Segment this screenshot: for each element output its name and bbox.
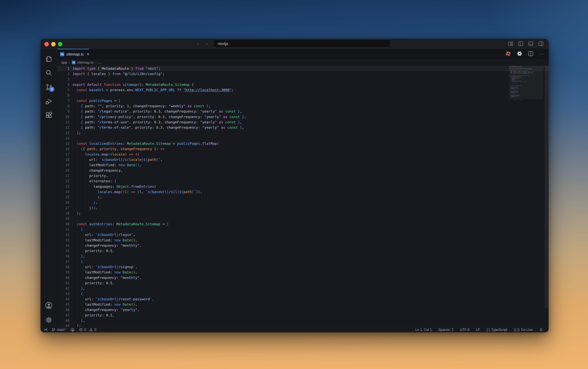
editor-scrollbar[interactable] bbox=[545, 66, 549, 308]
code-line[interactable]: 4export default function sitemap(): Meta… bbox=[57, 82, 549, 87]
eol-setting[interactable]: LF bbox=[476, 328, 480, 332]
code-line[interactable]: 20 changeFrequency, bbox=[57, 168, 549, 173]
navigate-back-icon[interactable]: ← bbox=[195, 41, 201, 46]
code-line[interactable]: 26 }, bbox=[57, 200, 549, 205]
code-line[interactable]: 48 }, bbox=[57, 318, 549, 323]
line-number: 18 bbox=[57, 157, 70, 162]
publish-changes-icon[interactable] bbox=[70, 328, 74, 332]
code-line[interactable]: 6 bbox=[57, 93, 549, 98]
close-window-button[interactable] bbox=[44, 42, 49, 46]
code-line[interactable]: 34 changeFrequency: "monthly", bbox=[57, 243, 549, 248]
code-line[interactable]: 2import { locales } from "@/lib/i18n/con… bbox=[57, 71, 549, 77]
code-line[interactable]: 38 url: `${baseUrl}/signup`, bbox=[57, 264, 549, 269]
code-line[interactable]: 19 lastModified: new Date(), bbox=[57, 162, 549, 168]
split-editor-icon[interactable] bbox=[528, 51, 534, 57]
zoom-window-button[interactable] bbox=[58, 42, 63, 46]
line-number: 6 bbox=[57, 93, 70, 98]
line-number: 3 bbox=[57, 77, 70, 82]
code-line[interactable]: 29 bbox=[57, 216, 549, 221]
code-line[interactable]: 24 locales.map((l) => [l, `${baseUrl}/${… bbox=[57, 189, 549, 195]
code-line[interactable]: 14 bbox=[57, 136, 549, 141]
more-actions-icon[interactable]: ··· bbox=[539, 51, 544, 56]
code-line[interactable]: 16 ({ path, priority, changeFrequency })… bbox=[57, 146, 549, 151]
line-number: 37 bbox=[57, 259, 70, 264]
code-line[interactable]: 27 })), bbox=[57, 205, 549, 211]
command-center-search[interactable]: nextjs bbox=[214, 40, 390, 47]
search-icon[interactable] bbox=[41, 66, 57, 80]
minimap[interactable]: import type { MetadataRoute } from "next… bbox=[509, 66, 539, 104]
code-line[interactable]: 28 ); bbox=[57, 211, 549, 216]
minimize-window-button[interactable] bbox=[51, 42, 56, 46]
code-line[interactable]: 11 { path: "/terms-of-use", priority: 0.… bbox=[57, 120, 549, 125]
code-line[interactable]: 39 lastModified: new Date(), bbox=[57, 269, 549, 275]
code-line[interactable]: 40 changeFrequency: "monthly", bbox=[57, 275, 549, 280]
toggle-secondary-sidebar-icon[interactable] bbox=[538, 41, 543, 46]
toggle-primary-sidebar-icon[interactable] bbox=[518, 41, 523, 46]
indentation-setting[interactable]: Spaces: 2 bbox=[438, 328, 453, 332]
code-line[interactable]: 46 changeFrequency: "yearly", bbox=[57, 307, 549, 312]
tab-bar: TS sitemap.ts ✕ bbox=[57, 49, 549, 59]
breadcrumb-symbol[interactable]: … bbox=[98, 60, 102, 65]
openai-extension-icon[interactable] bbox=[516, 50, 523, 57]
chevron-right-icon: › bbox=[95, 60, 96, 65]
code-line[interactable]: 18 url: `${baseUrl}/${locale}${path}`, bbox=[57, 157, 549, 162]
code-line[interactable]: 45 lastModified: new Date(), bbox=[57, 302, 549, 307]
code-line[interactable]: 1import type { MetadataRoute } from "nex… bbox=[57, 66, 549, 71]
code-line[interactable]: 3 bbox=[57, 77, 549, 82]
tab-sitemap-ts[interactable]: TS sitemap.ts ✕ bbox=[57, 49, 89, 59]
code-line[interactable]: 33 lastModified: new Date(), bbox=[57, 238, 549, 243]
code-line[interactable]: 23 languages: Object.fromEntries( bbox=[57, 184, 549, 189]
code-line[interactable]: 7 const publicPages = [ bbox=[57, 98, 549, 103]
notifications-bell-icon[interactable] bbox=[539, 328, 543, 332]
extensions-icon[interactable] bbox=[41, 109, 57, 122]
problems-item[interactable]: 0 0 bbox=[79, 328, 96, 332]
customize-layout-icon[interactable] bbox=[508, 41, 513, 46]
line-number: 49 bbox=[57, 323, 70, 327]
breadcrumb-file[interactable]: sitemap.ts bbox=[77, 60, 93, 65]
code-line[interactable]: 13 ]; bbox=[57, 130, 549, 136]
errors-icon bbox=[79, 328, 83, 332]
code-line[interactable]: 9 { path: "/legal-notice", priority: 0.3… bbox=[57, 109, 549, 114]
code-line[interactable]: 41 priority: 0.5, bbox=[57, 280, 549, 286]
line-number: 30 bbox=[57, 221, 70, 227]
code-line[interactable]: 47 priority: 0.2, bbox=[57, 313, 549, 318]
encoding-setting[interactable]: UTF-8 bbox=[460, 328, 470, 332]
toggle-panel-icon[interactable] bbox=[528, 41, 533, 46]
code-line[interactable]: 37 { bbox=[57, 259, 549, 264]
code-line[interactable]: 12 { path: "/terms-of-sale", priority: 0… bbox=[57, 125, 549, 130]
remote-indicator-icon[interactable]: >< bbox=[44, 328, 47, 332]
code-line[interactable]: 36 }, bbox=[57, 253, 549, 259]
settings-gear-icon[interactable] bbox=[41, 313, 57, 327]
source-control-icon[interactable]: 3 bbox=[41, 80, 57, 94]
code-line[interactable]: 35 priority: 0.5, bbox=[57, 248, 549, 253]
explorer-icon[interactable] bbox=[41, 52, 57, 66]
code-line[interactable]: 21 priority, bbox=[57, 173, 549, 179]
code-line[interactable]: 10 { path: "/privacy-policy", priority: … bbox=[57, 114, 549, 120]
code-line[interactable]: 5 const baseUrl = process.env.NEXT_PUBLI… bbox=[57, 87, 549, 93]
code-line[interactable]: 31 { bbox=[57, 227, 549, 232]
navigate-forward-icon[interactable]: → bbox=[203, 41, 210, 46]
go-live-button[interactable]: ((·)) Go Live bbox=[514, 328, 533, 332]
tab-close-icon[interactable]: ✕ bbox=[86, 52, 90, 57]
git-branch-item[interactable]: main* bbox=[52, 328, 66, 332]
code-editor[interactable]: 1import type { MetadataRoute } from "nex… bbox=[57, 66, 549, 327]
code-line[interactable]: 22 alternates: { bbox=[57, 179, 549, 184]
code-line[interactable]: 17 locales.map((locale) => ({ bbox=[57, 152, 549, 157]
accounts-icon[interactable] bbox=[41, 299, 57, 312]
cursor-position[interactable]: Ln 1, Col 1 bbox=[415, 328, 432, 332]
code-line[interactable]: 49 ]; bbox=[57, 323, 549, 327]
code-line[interactable]: 30 const authEntries: MetadataRoute.Site… bbox=[57, 221, 549, 227]
claude-extension-icon[interactable] bbox=[505, 51, 511, 57]
code-line[interactable]: 32 url: `${baseUrl}/login`, bbox=[57, 232, 549, 237]
language-mode[interactable]: { } TypeScript bbox=[487, 328, 507, 332]
code-line[interactable]: 8 { path: "", priority: 1, changeFrequen… bbox=[57, 103, 549, 109]
code-line[interactable]: 15 const localizedEntries: MetadataRoute… bbox=[57, 141, 549, 146]
code-line[interactable]: 43 { bbox=[57, 291, 549, 296]
line-number: 40 bbox=[57, 275, 70, 280]
breadcrumb-folder[interactable]: app bbox=[61, 60, 67, 65]
run-debug-icon[interactable] bbox=[41, 95, 57, 108]
code-area[interactable]: 1import type { MetadataRoute } from "nex… bbox=[57, 66, 549, 327]
code-line[interactable]: 25 ), bbox=[57, 195, 549, 200]
code-line[interactable]: 44 url: `${baseUrl}/reset-password`, bbox=[57, 297, 549, 302]
code-line[interactable]: 42 }, bbox=[57, 286, 549, 291]
